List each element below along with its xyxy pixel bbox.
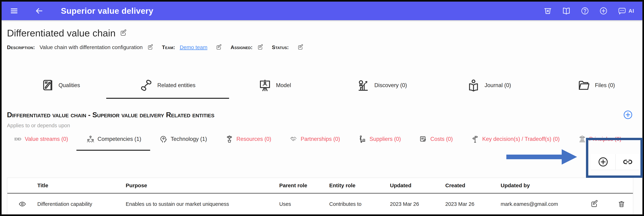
partnerships-icon	[290, 135, 298, 143]
tab-qualities[interactable]: Qualities	[7, 72, 114, 99]
value-streams-icon	[14, 135, 22, 143]
ai-label: AI	[628, 8, 634, 14]
ai-chat-icon	[618, 6, 626, 15]
tab-model[interactable]: Model	[221, 72, 328, 99]
edit-team-icon[interactable]	[216, 44, 222, 50]
help-icon[interactable]	[580, 6, 589, 15]
col-updated-by: Updated by	[501, 182, 579, 188]
team-link[interactable]: Demo team	[180, 44, 207, 50]
costs-icon	[419, 135, 428, 143]
edit-title-icon[interactable]	[120, 30, 127, 36]
add-related-entity-icon[interactable]	[623, 110, 633, 120]
entity-meta-row: Description: Value chain with differenta…	[7, 44, 642, 51]
ai-assistant-button[interactable]: AI	[618, 6, 634, 15]
col-entity-role: Entity role	[329, 182, 390, 188]
discovery-icon	[357, 79, 370, 92]
team-label: Team:	[162, 44, 175, 50]
add-icon[interactable]	[599, 6, 608, 15]
subtab-resources[interactable]: Resources (0)	[225, 135, 271, 143]
delete-row-icon[interactable]	[618, 200, 626, 208]
col-updated: Updated	[390, 182, 445, 188]
annotation-highlight-box	[586, 138, 643, 178]
row-created: 2023 Mar 26	[445, 201, 501, 207]
app-bar-actions: AI	[544, 6, 634, 15]
key-decisions-icon	[471, 135, 480, 143]
tab-journal[interactable]: Journal (0)	[436, 72, 542, 99]
subtab-partnerships[interactable]: Partnerships (0)	[290, 135, 340, 143]
row-updated: 2023 Mar 26	[390, 201, 445, 207]
assigned-label: Assigned:	[230, 44, 252, 50]
page-title: Differentiated value chain	[7, 28, 116, 38]
table-row: Differentiation capability Enables us to…	[7, 194, 633, 214]
description-label: Description:	[7, 44, 35, 50]
related-entities-icon	[140, 79, 153, 92]
subtab-competencies[interactable]: Competencies (1)	[86, 135, 141, 143]
annotation-arrow	[506, 154, 562, 159]
row-entity-role: Contributes to	[329, 201, 390, 207]
files-folder-icon	[578, 79, 590, 92]
tab-related-entities[interactable]: Related entities	[114, 72, 221, 99]
related-entity-type-tabs: Value streams (0) Competencies (1) Techn…	[7, 134, 642, 144]
trash-icon[interactable]	[544, 6, 552, 15]
section-heading: Differentiated value chain - Superior va…	[7, 111, 214, 119]
competencies-table: Title Purpose Parent role Entity role Up…	[7, 178, 633, 214]
entity-page: Differentiated value chain Description: …	[2, 27, 642, 214]
competencies-icon	[86, 135, 95, 143]
subtab-suppliers[interactable]: Suppliers (0)	[358, 135, 401, 143]
journal-icon	[467, 79, 480, 92]
edit-assigned-icon[interactable]	[257, 44, 263, 50]
principles-icon	[578, 135, 586, 143]
subtab-technology[interactable]: Technology (1)	[160, 135, 207, 143]
row-parent-role: Uses	[279, 201, 329, 207]
col-title: Title	[37, 182, 126, 188]
row-title: Differentiation capability	[37, 201, 126, 207]
app-bar-title: Superior value delivery	[61, 6, 153, 16]
edit-status-icon[interactable]	[298, 44, 304, 50]
view-row-icon[interactable]	[18, 200, 26, 208]
col-purpose: Purpose	[126, 182, 279, 188]
suppliers-icon	[358, 135, 367, 143]
screenshot-frame: Superior value delivery AI Differentiate…	[0, 0, 644, 216]
row-purpose: Enables us to sustain our market uniquen…	[126, 201, 279, 207]
annotation-arrow-head	[562, 149, 577, 164]
app-bar: Superior value delivery AI	[2, 2, 642, 20]
tab-files[interactable]: Files (0)	[542, 72, 642, 99]
related-entities-header: Differentiated value chain - Superior va…	[7, 110, 642, 120]
section-note: Applies to or depends upon	[7, 123, 642, 129]
tab-discovery[interactable]: Discovery (0)	[328, 72, 436, 99]
col-created: Created	[445, 182, 501, 188]
menu-icon[interactable]	[10, 6, 18, 15]
row-updated-by: mark.eames@gmail.com	[501, 201, 579, 207]
table-header-row: Title Purpose Parent role Entity role Up…	[7, 178, 633, 194]
edit-row-icon[interactable]	[590, 200, 598, 208]
status-label: Status:	[272, 44, 289, 50]
subtab-value-streams[interactable]: Value streams (0)	[14, 135, 68, 143]
qualities-icon	[41, 79, 54, 92]
col-parent-role: Parent role	[279, 182, 329, 188]
resources-icon	[225, 135, 234, 143]
entity-title-row: Differentiated value chain	[7, 27, 642, 39]
model-icon	[258, 79, 272, 92]
library-book-icon[interactable]	[562, 6, 570, 15]
app-screen: Superior value delivery AI Differentiate…	[2, 2, 642, 214]
subtab-key-decisions[interactable]: Key decision(s) / Tradeoff(s) (0)	[471, 135, 560, 143]
description-value: Value chain with differentation configur…	[40, 44, 143, 50]
technology-icon	[160, 135, 168, 143]
edit-description-icon[interactable]	[147, 44, 153, 50]
back-arrow-icon[interactable]	[35, 6, 44, 15]
subtab-costs[interactable]: Costs (0)	[419, 135, 453, 143]
entity-tabs: Qualities Related entities Model Discove…	[7, 72, 642, 99]
